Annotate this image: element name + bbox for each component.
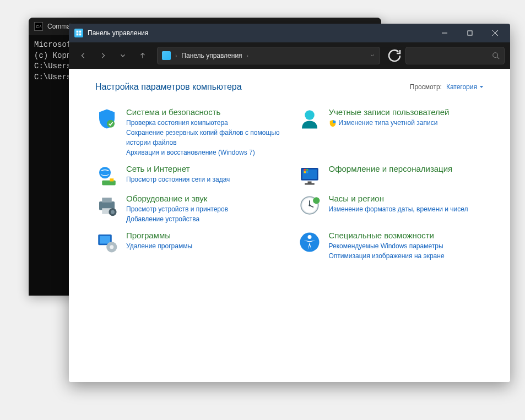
category-accessibility: Специальные возможности Рекомендуемые Wi…: [298, 231, 484, 261]
svg-rect-0: [77, 31, 79, 33]
svg-point-12: [99, 167, 111, 178]
svg-line-9: [497, 57, 500, 59]
view-control: Просмотр: Категория: [410, 83, 484, 91]
programs-icon: [95, 231, 118, 254]
category-grid: Система и безопасность Проверка состояни…: [95, 107, 484, 261]
category-programs: Программы Удаление программы: [95, 231, 282, 261]
category-title[interactable]: Программы: [126, 231, 192, 240]
svg-point-39: [307, 235, 311, 239]
svg-rect-20: [306, 169, 308, 171]
category-title[interactable]: Сеть и Интернет: [126, 164, 230, 173]
clock-icon: [298, 194, 321, 217]
category-clock-region: Часы и регион Изменение форматов даты, в…: [298, 194, 484, 224]
breadcrumb[interactable]: Панель управления: [181, 52, 242, 59]
svg-rect-21: [304, 171, 306, 173]
svg-rect-22: [306, 171, 308, 173]
accessibility-icon: [298, 231, 321, 254]
svg-rect-1: [79, 31, 82, 33]
svg-rect-5: [468, 31, 472, 35]
svg-rect-35: [100, 236, 110, 244]
svg-point-32: [308, 204, 311, 206]
view-label: Просмотр:: [410, 83, 442, 91]
category-link[interactable]: Сохранение резервных копий файлов с помо…: [126, 128, 282, 148]
svg-rect-19: [304, 169, 306, 171]
category-network: Сеть и Интернет Просмотр состояния сети …: [95, 164, 282, 187]
category-user-accounts: Учетные записи пользователей Изменение т…: [298, 107, 484, 157]
forward-button[interactable]: [94, 47, 112, 64]
search-input[interactable]: [405, 47, 505, 64]
up-button[interactable]: [134, 47, 151, 64]
cp-title: Панель управления: [88, 29, 432, 37]
page-heading: Настройка параметров компьютера: [95, 82, 242, 92]
svg-rect-18: [305, 183, 315, 185]
refresh-button[interactable]: [386, 47, 403, 64]
category-link[interactable]: Рекомендуемые Windows параметры: [329, 241, 445, 251]
maximize-button[interactable]: [457, 24, 483, 42]
monitor-icon: [298, 164, 321, 187]
category-title[interactable]: Учетные записи пользователей: [329, 107, 450, 117]
category-system-security: Система и безопасность Проверка состояни…: [95, 107, 282, 157]
chevron-right-icon: ›: [175, 53, 177, 59]
cp-content: Настройка параметров компьютера Просмотр…: [69, 69, 510, 382]
svg-point-33: [313, 197, 320, 204]
control-panel-icon: [74, 29, 83, 37]
category-link[interactable]: Просмотр состояния сети и задач: [126, 174, 230, 184]
category-title[interactable]: Система и безопасность: [126, 107, 282, 117]
uac-shield-icon: [329, 119, 337, 127]
svg-point-37: [110, 245, 113, 249]
svg-rect-24: [102, 198, 112, 203]
close-button[interactable]: [483, 24, 508, 42]
back-button[interactable]: [74, 47, 92, 64]
category-link[interactable]: Проверка состояния компьютера: [126, 118, 282, 128]
category-title[interactable]: Оборудование и звук: [126, 194, 228, 203]
svg-rect-14: [110, 178, 113, 181]
category-hardware: Оборудование и звук Просмотр устройств и…: [95, 194, 282, 224]
control-panel-window: Панель управления › Панель управления › …: [69, 24, 510, 382]
cmd-icon: C:\: [34, 22, 43, 31]
category-appearance: Оформление и персонализация: [298, 164, 484, 187]
recent-dropdown[interactable]: [114, 47, 132, 64]
category-link[interactable]: Архивация и восстановление (Windows 7): [126, 148, 282, 157]
cp-navbar: › Панель управления ›: [69, 42, 510, 69]
address-bar[interactable]: › Панель управления ›: [157, 47, 380, 64]
address-dropdown-icon[interactable]: [370, 52, 375, 59]
svg-rect-3: [79, 34, 82, 36]
category-link[interactable]: Изменение типа учетной записи: [329, 118, 450, 128]
svg-point-10: [107, 120, 115, 128]
category-title[interactable]: Оформление и персонализация: [329, 164, 453, 173]
svg-point-11: [305, 110, 315, 120]
cp-titlebar[interactable]: Панель управления: [69, 24, 510, 42]
printer-icon: [95, 194, 118, 217]
svg-point-8: [493, 53, 498, 58]
address-icon: [162, 51, 171, 60]
category-link[interactable]: Добавление устройства: [126, 214, 228, 224]
network-icon: [95, 164, 118, 187]
category-link[interactable]: Удаление программы: [126, 241, 192, 251]
view-dropdown[interactable]: Категория: [446, 83, 484, 91]
shield-security-icon: [95, 107, 118, 130]
chevron-down-icon: [479, 85, 484, 89]
minimize-button[interactable]: [432, 24, 457, 42]
category-title[interactable]: Специальные возможности: [329, 231, 445, 240]
category-link[interactable]: Просмотр устройств и принтеров: [126, 204, 228, 214]
search-icon: [492, 52, 500, 59]
category-title[interactable]: Часы и регион: [329, 194, 468, 203]
user-icon: [298, 107, 321, 130]
svg-rect-2: [77, 34, 79, 36]
category-link[interactable]: Оптимизация изображения на экране: [329, 251, 445, 261]
svg-rect-17: [307, 182, 311, 184]
chevron-right-icon: ›: [247, 53, 248, 59]
svg-point-27: [111, 210, 115, 214]
category-link[interactable]: Изменение форматов даты, времени и чисел: [329, 204, 468, 214]
